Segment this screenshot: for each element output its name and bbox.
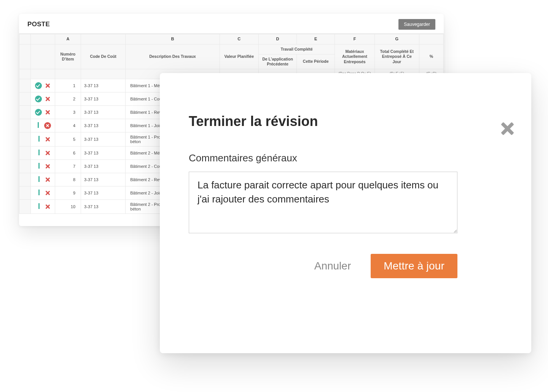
reject-icon[interactable] bbox=[45, 204, 50, 209]
cell-item-no: 1 bbox=[55, 79, 81, 92]
modal-title: Terminer la révision bbox=[189, 113, 502, 129]
approve-icon[interactable] bbox=[35, 163, 42, 170]
col-this-period: Cette Période bbox=[297, 54, 335, 69]
reject-icon[interactable] bbox=[44, 122, 51, 129]
col-letter: E bbox=[297, 34, 335, 45]
cancel-button[interactable]: Annuler bbox=[312, 256, 354, 276]
reject-icon[interactable] bbox=[45, 137, 50, 142]
cell-cost-code: 3-37 13 bbox=[81, 79, 126, 92]
col-letter: F bbox=[335, 34, 374, 45]
panel-title: POSTE bbox=[27, 21, 50, 28]
column-headers-row: Numéro D'item Code De Coût Description D… bbox=[19, 44, 444, 54]
col-description: Description Des Travaux bbox=[126, 44, 220, 69]
cell-item-no: 7 bbox=[55, 159, 81, 173]
col-materials: Matériaux Actuellement Entreposés bbox=[335, 44, 374, 69]
reject-icon[interactable] bbox=[45, 96, 50, 102]
cell-item-no: 10 bbox=[55, 199, 81, 214]
reject-icon[interactable] bbox=[45, 83, 50, 88]
cell-item-no: 2 bbox=[55, 92, 81, 105]
approve-icon[interactable] bbox=[35, 96, 42, 102]
col-work-completed: Travail Complété bbox=[258, 44, 335, 54]
col-letter: D bbox=[258, 34, 296, 45]
approve-icon[interactable] bbox=[35, 190, 42, 196]
col-percent: % bbox=[419, 44, 443, 69]
approve-icon[interactable] bbox=[35, 109, 42, 116]
approve-icon[interactable] bbox=[35, 176, 42, 183]
approve-icon[interactable] bbox=[34, 122, 41, 129]
cell-item-no: 5 bbox=[55, 132, 81, 146]
col-letter: C bbox=[220, 34, 258, 45]
reject-icon[interactable] bbox=[45, 150, 50, 156]
update-button[interactable]: Mettre à jour bbox=[371, 254, 457, 278]
comments-label: Commentaires généraux bbox=[189, 152, 502, 164]
cell-cost-code: 3-37 13 bbox=[81, 199, 126, 214]
col-cost-code: Code De Coût bbox=[81, 44, 126, 69]
approve-icon[interactable] bbox=[35, 150, 42, 156]
cell-cost-code: 3-37 13 bbox=[81, 92, 126, 105]
col-prev-app: De L'application Précédente bbox=[258, 54, 296, 69]
reject-icon[interactable] bbox=[45, 164, 50, 169]
cell-item-no: 4 bbox=[55, 119, 81, 132]
close-icon[interactable] bbox=[499, 120, 515, 137]
comments-textarea[interactable] bbox=[189, 172, 457, 233]
col-item-no: Numéro D'item bbox=[55, 44, 81, 69]
cell-cost-code: 3-37 13 bbox=[81, 159, 126, 173]
reject-icon[interactable] bbox=[45, 190, 50, 196]
cell-item-no: 8 bbox=[55, 173, 81, 186]
approve-icon[interactable] bbox=[35, 136, 42, 143]
reject-icon[interactable] bbox=[45, 177, 50, 182]
cell-item-no: 3 bbox=[55, 105, 81, 119]
col-planned-value: Valeur Planifiée bbox=[220, 44, 258, 69]
cell-cost-code: 3-37 13 bbox=[81, 119, 126, 132]
cell-cost-code: 3-37 13 bbox=[81, 146, 126, 159]
cell-cost-code: 3-37 13 bbox=[81, 132, 126, 146]
cell-item-no: 9 bbox=[55, 186, 81, 199]
cell-cost-code: 3-37 13 bbox=[81, 173, 126, 186]
column-letters-row: A B C D E F G bbox=[19, 34, 444, 45]
save-button[interactable]: Sauvegarder bbox=[398, 19, 435, 30]
approve-icon[interactable] bbox=[35, 203, 42, 210]
cell-cost-code: 3-37 13 bbox=[81, 105, 126, 119]
reject-icon[interactable] bbox=[45, 110, 50, 115]
cell-cost-code: 3-37 13 bbox=[81, 186, 126, 199]
col-letter: A bbox=[55, 34, 81, 45]
col-total: Total Complété Et Entreposé À Ce Jour bbox=[374, 44, 419, 69]
col-letter: G bbox=[374, 34, 419, 45]
approve-icon[interactable] bbox=[35, 82, 42, 89]
col-letter: B bbox=[126, 34, 220, 45]
finish-review-modal: Terminer la révision Commentaires généra… bbox=[160, 73, 531, 353]
cell-item-no: 6 bbox=[55, 146, 81, 159]
